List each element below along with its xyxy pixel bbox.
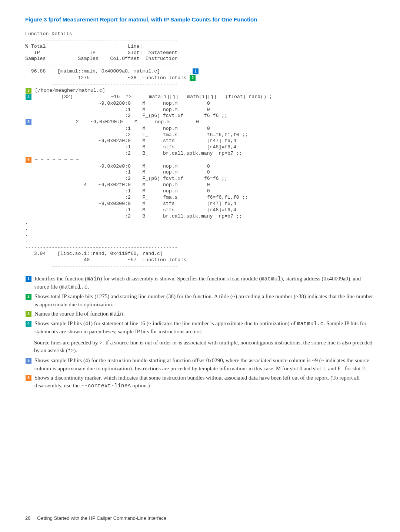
note-2: 2 Shows total IP sample hits (1275) and … [25, 293, 375, 309]
callout-1: 1 [26, 276, 31, 282]
page-footer: 26 Getting Started with the HP Caliper C… [25, 515, 166, 521]
code-block3: ~9,0x02e0:0 M nop.m 0 :1 M nop.m 0 :2 F_… [25, 164, 248, 269]
code-src-line: [/home/meagher/matmul.c] [32, 88, 105, 93]
code-line-32: (32) ~16 *> mata[i][j] = matb[i][j] = (f… [32, 94, 272, 100]
callout-2: 2 [26, 294, 31, 300]
code-block: Function Details -----------------------… [25, 25, 375, 270]
code-header: Function Details -----------------------… [25, 31, 180, 68]
callout-5-inline: 5 [26, 119, 31, 125]
code-main-line-a: 96.88 [matmul::main, 0x40009a0, matmul.c… [25, 69, 192, 74]
note-4-sub: Source lines are preceded by >. If a sou… [34, 339, 375, 355]
callout-1-inline: 1 [193, 68, 199, 74]
note-6-text: Shows a discontinuity marker, which indi… [34, 374, 375, 390]
note-3: 3 Names the source file of function main… [25, 310, 375, 318]
callout-3-inline: 3 [26, 88, 31, 94]
note-5: 5 Shows sample IP hits (4) for the instr… [25, 357, 375, 373]
figure-title: Figure 3 fprof Measurement Report for ma… [25, 16, 375, 23]
callout-4: 4 [26, 321, 31, 327]
code-sep1: ----------------------------------------… [25, 81, 178, 87]
callout-3: 3 [26, 311, 31, 317]
note-1-text: Identifies the function (main) for which… [34, 275, 375, 292]
callout-5: 5 [26, 358, 31, 364]
code-bundle-line: 2 ~9,0x0290:0 M nop.m 0 [32, 119, 199, 125]
callout-2-inline: 2 [190, 75, 196, 81]
footer-section: Getting Started with the HP Caliper Comm… [37, 515, 166, 521]
code-main-line-b: 1275 ~38 Function Totals [25, 75, 189, 81]
note-6: 6 Shows a discontinuity marker, which in… [25, 374, 375, 390]
note-4-text: Shows sample IP hits (41) for statement … [34, 320, 375, 336]
notes-list: 1 Identifies the function (main) for whi… [25, 275, 375, 390]
note-3-text: Names the source file of function main. [34, 310, 375, 318]
code-block2: :1 M nop.m 0 :2 F_ fma.s f6=f6,f1,f0 ;; … [25, 126, 248, 156]
note-5-text: Shows sample IP hits (4) for the instruc… [34, 357, 375, 373]
page-number: 26 [25, 515, 30, 521]
callout-6-inline: 6 [26, 157, 31, 163]
callout-6: 6 [26, 375, 31, 381]
callout-4-inline: 4 [26, 94, 31, 100]
note-1: 1 Identifies the function (main) for whi… [25, 275, 375, 292]
note-4: 4 Shows sample IP hits (41) for statemen… [25, 320, 375, 336]
note-2-text: Shows total IP sample hits (1275) and st… [34, 293, 375, 309]
code-block1: ~9,0x0280:0 M nop.m 0 :1 M nop.m 0 :2 F_… [25, 101, 227, 119]
code-tilde-line: ~ ~ ~ ~ ~ ~ ~ ~ [32, 157, 79, 163]
